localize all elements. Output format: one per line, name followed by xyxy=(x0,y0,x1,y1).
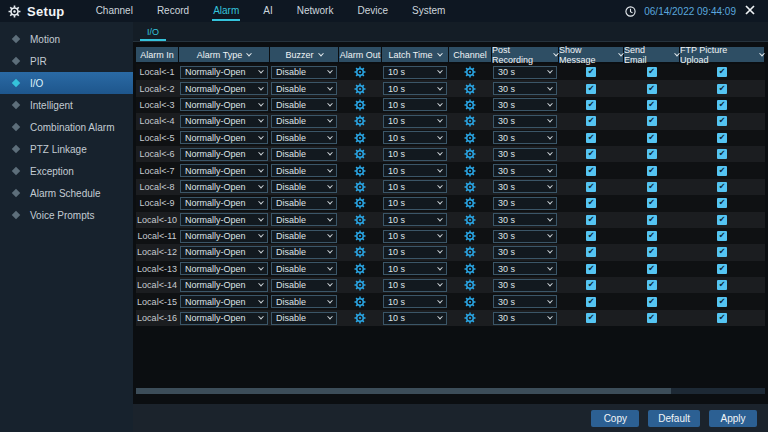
buzzer-dropdown[interactable]: Disable xyxy=(271,131,337,144)
header-show-message[interactable]: Show Message xyxy=(559,47,623,62)
header-channel[interactable]: Channel xyxy=(449,47,491,62)
alarm-type-dropdown[interactable]: Normally-Open xyxy=(180,148,268,161)
show-message-checkbox[interactable] xyxy=(586,133,596,143)
header-alarm-in[interactable]: Alarm In xyxy=(136,47,178,62)
latch-time-dropdown[interactable]: 10 s xyxy=(383,213,447,226)
buzzer-dropdown[interactable]: Disable xyxy=(271,164,337,177)
latch-time-dropdown[interactable]: 10 s xyxy=(383,66,447,79)
alarm-out-config-gear-icon[interactable] xyxy=(354,115,366,127)
menu-item-alarm[interactable]: Alarm xyxy=(212,1,240,21)
sidebar-item-alarm-schedule[interactable]: Alarm Schedule xyxy=(0,182,133,204)
latch-time-dropdown[interactable]: 10 s xyxy=(383,312,447,325)
sidebar-item-intelligent[interactable]: Intelligent xyxy=(0,94,133,116)
show-message-checkbox[interactable] xyxy=(586,297,596,307)
header-buzzer[interactable]: Buzzer xyxy=(270,47,338,62)
latch-time-dropdown[interactable]: 10 s xyxy=(383,279,447,292)
alarm-out-config-gear-icon[interactable] xyxy=(354,296,366,308)
tab-io[interactable]: I/O xyxy=(140,24,166,41)
alarm-out-config-gear-icon[interactable] xyxy=(354,246,366,258)
post-recording-dropdown[interactable]: 30 s xyxy=(493,115,557,128)
alarm-out-config-gear-icon[interactable] xyxy=(354,230,366,242)
post-recording-dropdown[interactable]: 30 s xyxy=(493,180,557,193)
alarm-out-config-gear-icon[interactable] xyxy=(354,214,366,226)
channel-config-gear-icon[interactable] xyxy=(464,246,476,258)
show-message-checkbox[interactable] xyxy=(586,231,596,241)
latch-time-dropdown[interactable]: 10 s xyxy=(383,180,447,193)
copy-button[interactable]: Copy xyxy=(591,410,639,427)
alarm-out-config-gear-icon[interactable] xyxy=(354,165,366,177)
ftp-picture-upload-checkbox[interactable] xyxy=(717,264,727,274)
buzzer-dropdown[interactable]: Disable xyxy=(271,82,337,95)
buzzer-dropdown[interactable]: Disable xyxy=(271,279,337,292)
channel-config-gear-icon[interactable] xyxy=(464,115,476,127)
post-recording-dropdown[interactable]: 30 s xyxy=(493,213,557,226)
post-recording-dropdown[interactable]: 30 s xyxy=(493,148,557,161)
channel-config-gear-icon[interactable] xyxy=(464,296,476,308)
buzzer-dropdown[interactable]: Disable xyxy=(271,312,337,325)
post-recording-dropdown[interactable]: 30 s xyxy=(493,82,557,95)
post-recording-dropdown[interactable]: 30 s xyxy=(493,98,557,111)
post-recording-dropdown[interactable]: 30 s xyxy=(493,197,557,210)
send-email-checkbox[interactable] xyxy=(647,264,657,274)
post-recording-dropdown[interactable]: 30 s xyxy=(493,131,557,144)
alarm-type-dropdown[interactable]: Normally-Open xyxy=(180,115,268,128)
show-message-checkbox[interactable] xyxy=(586,84,596,94)
alarm-type-dropdown[interactable]: Normally-Open xyxy=(180,180,268,193)
buzzer-dropdown[interactable]: Disable xyxy=(271,230,337,243)
channel-config-gear-icon[interactable] xyxy=(464,230,476,242)
send-email-checkbox[interactable] xyxy=(647,149,657,159)
latch-time-dropdown[interactable]: 10 s xyxy=(383,262,447,275)
menu-item-record[interactable]: Record xyxy=(156,1,190,21)
header-latch-time[interactable]: Latch Time xyxy=(382,47,448,62)
apply-button[interactable]: Apply xyxy=(709,410,757,427)
channel-config-gear-icon[interactable] xyxy=(464,181,476,193)
send-email-checkbox[interactable] xyxy=(647,215,657,225)
alarm-out-config-gear-icon[interactable] xyxy=(354,99,366,111)
show-message-checkbox[interactable] xyxy=(586,166,596,176)
latch-time-dropdown[interactable]: 10 s xyxy=(383,295,447,308)
latch-time-dropdown[interactable]: 10 s xyxy=(383,230,447,243)
latch-time-dropdown[interactable]: 10 s xyxy=(383,246,447,259)
show-message-checkbox[interactable] xyxy=(586,280,596,290)
sidebar-item-exception[interactable]: Exception xyxy=(0,160,133,182)
post-recording-dropdown[interactable]: 30 s xyxy=(493,295,557,308)
send-email-checkbox[interactable] xyxy=(647,313,657,323)
sidebar-item-io[interactable]: I/O xyxy=(0,72,133,94)
latch-time-dropdown[interactable]: 10 s xyxy=(383,98,447,111)
latch-time-dropdown[interactable]: 10 s xyxy=(383,197,447,210)
sidebar-item-motion[interactable]: Motion xyxy=(0,28,133,50)
buzzer-dropdown[interactable]: Disable xyxy=(271,98,337,111)
ftp-picture-upload-checkbox[interactable] xyxy=(717,133,727,143)
ftp-picture-upload-checkbox[interactable] xyxy=(717,297,727,307)
header-ftp-picture-upload[interactable]: FTP Picture Upload xyxy=(680,47,764,62)
channel-config-gear-icon[interactable] xyxy=(464,66,476,78)
alarm-out-config-gear-icon[interactable] xyxy=(354,66,366,78)
alarm-out-config-gear-icon[interactable] xyxy=(354,132,366,144)
show-message-checkbox[interactable] xyxy=(586,67,596,77)
menu-item-ai[interactable]: AI xyxy=(262,1,273,21)
alarm-out-config-gear-icon[interactable] xyxy=(354,279,366,291)
ftp-picture-upload-checkbox[interactable] xyxy=(717,231,727,241)
alarm-out-config-gear-icon[interactable] xyxy=(354,148,366,160)
alarm-type-dropdown[interactable]: Normally-Open xyxy=(180,246,268,259)
alarm-type-dropdown[interactable]: Normally-Open xyxy=(180,230,268,243)
post-recording-dropdown[interactable]: 30 s xyxy=(493,230,557,243)
channel-config-gear-icon[interactable] xyxy=(464,132,476,144)
buzzer-dropdown[interactable]: Disable xyxy=(271,66,337,79)
sidebar-item-ptz-linkage[interactable]: PTZ Linkage xyxy=(0,138,133,160)
show-message-checkbox[interactable] xyxy=(586,247,596,257)
alarm-type-dropdown[interactable]: Normally-Open xyxy=(180,131,268,144)
default-button[interactable]: Default xyxy=(648,410,700,427)
send-email-checkbox[interactable] xyxy=(647,67,657,77)
latch-time-dropdown[interactable]: 10 s xyxy=(383,115,447,128)
ftp-picture-upload-checkbox[interactable] xyxy=(717,116,727,126)
alarm-out-config-gear-icon[interactable] xyxy=(354,263,366,275)
menu-item-channel[interactable]: Channel xyxy=(95,1,134,21)
post-recording-dropdown[interactable]: 30 s xyxy=(493,262,557,275)
ftp-picture-upload-checkbox[interactable] xyxy=(717,247,727,257)
header-post-recording[interactable]: Post Recording xyxy=(492,47,558,62)
ftp-picture-upload-checkbox[interactable] xyxy=(717,313,727,323)
buzzer-dropdown[interactable]: Disable xyxy=(271,246,337,259)
buzzer-dropdown[interactable]: Disable xyxy=(271,295,337,308)
show-message-checkbox[interactable] xyxy=(586,182,596,192)
